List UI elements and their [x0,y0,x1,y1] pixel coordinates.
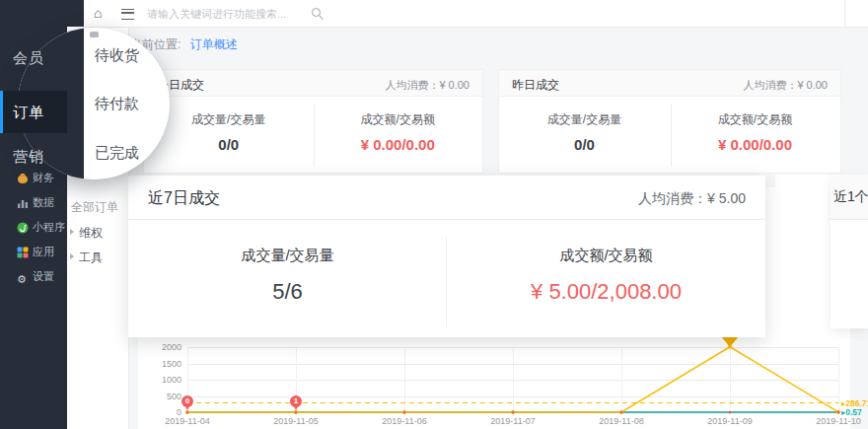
underlying-card-edge [775,175,831,328]
col-label: 成交额/交易额 [314,111,483,128]
gear-icon: ⚙ [17,269,29,281]
order-sidebar-item-disputes[interactable]: 维权 [67,225,128,243]
card-title: 近1个 [833,188,868,206]
card-header: 今日成交 人均消费：¥ 0.00 [144,70,482,97]
col-label: 成交量/交易量 [128,247,447,265]
column-divider [671,104,672,167]
month-card-clipped: 近1个 [831,175,868,328]
col-value: ¥ 5.00/2,008.00 [447,279,765,305]
stat-card-today: 今日成交 人均消费：¥ 0.00 成交量/交易量 0/0 成交额/交易额 ¥ 0… [143,69,483,174]
sidebar-item-label: 应用 [33,245,54,259]
sidebar-item-data[interactable]: 数据 [0,194,67,214]
column-divider [446,237,447,327]
column-divider [314,104,315,167]
col-label: 成交额/交易额 [670,111,840,128]
sidebar-item-label: 设置 [33,269,54,284]
card-col-amount: 成交额/交易额 ¥ 0.00/0.00 [314,96,483,173]
card-title: 昨日成交 [512,77,559,94]
sidebar-item-settings[interactable]: ⚙ 设置 [0,268,67,288]
order-sidebar-item-label: 工具 [79,250,103,266]
sidebar-item-label: 财务 [33,171,54,185]
search-icon[interactable] [312,8,321,17]
popup-title: 近7日成交 [148,188,220,209]
card-header: 近1个 [831,175,868,220]
col-label: 成交量/交易量 [499,111,670,128]
moneybag-icon [17,171,29,182]
popup-header: 近7日成交 人均消费：¥ 5.00 [128,176,765,220]
caret-right-icon [70,229,74,235]
chart-canvas [148,339,868,429]
sales-trend-chart: 05001000150020002019-11-042019-11-052019… [148,339,868,429]
sidebar-item-miniprogram[interactable]: 小程序 [0,219,67,239]
magnifier-circle: 待收货 待付款 已完成 [18,28,170,179]
card-header: 昨日成交 人均消费：¥ 0.00 [499,70,840,97]
sidebar-top-corner [0,0,84,27]
pin-marker: 0 [181,395,193,407]
submenu-item-pending-receipt[interactable]: 待收货 [95,46,139,65]
mini-icon [90,32,99,37]
submenu-item-completed[interactable]: 已完成 [95,144,139,163]
admin-dashboard: ⌂ 当前位置: 订单概述 财务 数据 小程序 [0,0,868,429]
caret-right-icon [70,253,74,259]
order-sidebar-header[interactable]: 全部订单 [71,199,118,216]
col-value: 0/0 [499,136,670,153]
order-sidebar-item-tools[interactable]: 工具 [67,250,128,267]
apps-icon [17,245,29,256]
topbar: ⌂ [84,0,868,28]
max-point-marker [721,336,739,347]
pin-marker: 1 [290,395,302,407]
submenu-item-pending-payment[interactable]: 待付款 [95,95,139,113]
card-col-amount: 成交额/交易额 ¥ 0.00/0.00 [670,96,840,173]
order-sidebar-item-label: 维权 [79,225,103,242]
search-input[interactable] [145,4,371,24]
avg-consumption-label: 人均消费：¥ 0.00 [743,78,828,93]
sidebar-item-label: 数据 [33,195,54,210]
sidebar-item-finance[interactable]: 财务 [0,170,67,189]
breadcrumb-current-link[interactable]: 订单概述 [190,37,238,51]
popup-col-amount: 成交额/交易额 ¥ 5.00/2,008.00 [447,219,765,337]
col-value: 5/6 [128,279,447,305]
sidebar-item-label: 小程序 [33,220,65,235]
barchart-icon [17,195,29,207]
home-icon[interactable]: ⌂ [94,5,102,21]
col-value: 0/0 [144,136,314,153]
popup-col-volume: 成交量/交易量 5/6 [128,219,447,337]
col-label: 成交额/交易额 [447,247,765,265]
card-col-volume: 成交量/交易量 0/0 [499,96,670,173]
menu-icon[interactable] [121,9,134,20]
avg-consumption-label: 人均消费：¥ 0.00 [385,78,470,93]
seven-day-popup-card: 近7日成交 人均消费：¥ 5.00 成交量/交易量 5/6 成交额/交易额 ¥ … [128,176,765,337]
stat-card-yesterday: 昨日成交 人均消费：¥ 0.00 成交量/交易量 0/0 成交额/交易额 ¥ 0… [498,69,841,174]
col-value: ¥ 0.00/0.00 [314,136,483,153]
col-label: 成交量/交易量 [144,111,314,128]
topbar-divider [844,0,845,27]
col-value: ¥ 0.00/0.00 [670,136,840,153]
avg-consumption-label: 人均消费：¥ 5.00 [638,190,746,208]
miniprogram-icon [17,220,29,232]
teal-series-end-label: ▸0.57 [841,407,862,417]
sidebar-item-apps[interactable]: 应用 [0,244,67,263]
